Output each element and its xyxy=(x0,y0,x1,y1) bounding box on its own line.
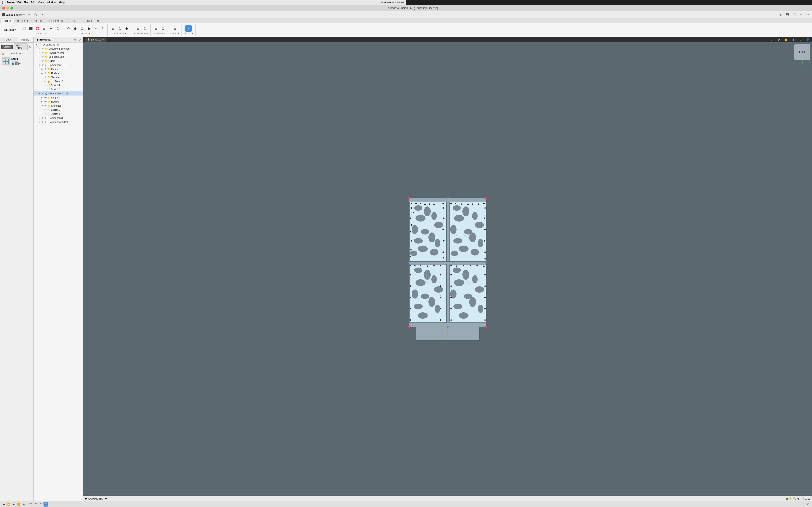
tab-solid[interactable]: SOLID xyxy=(1,19,14,23)
modify-1-icon[interactable]: ⬡ xyxy=(65,25,71,32)
expand-icon[interactable]: ▼ xyxy=(38,92,41,95)
3d-viewport[interactable]: LEFT Z xyxy=(83,42,406,253)
visibility-icon[interactable]: 👁 xyxy=(44,71,47,75)
expand-icon[interactable]: ▶ xyxy=(38,55,41,58)
visibility-icon[interactable]: 👁 xyxy=(44,88,47,91)
expand-icon[interactable]: ▶ xyxy=(38,117,41,119)
tree-c2-origin[interactable]: ▶ 👁 📁 Origin xyxy=(34,96,83,100)
visibility-icon[interactable]: 👁 xyxy=(41,116,44,119)
expand-icon[interactable]: ▼ xyxy=(41,104,44,107)
insert-group-label[interactable]: INSERT ▸ xyxy=(170,32,180,35)
expand-icon[interactable]: ▶ xyxy=(38,60,41,62)
modify-4-icon[interactable]: ⬢ xyxy=(86,25,92,32)
assemble-2-icon[interactable]: ⬡ xyxy=(117,25,123,32)
menu-edit[interactable]: Edit xyxy=(31,1,35,4)
visibility-icon[interactable]: 👁 xyxy=(39,43,42,46)
apple-menu[interactable]:  xyxy=(2,1,3,4)
tab-sheet-metal[interactable]: SHEET METAL xyxy=(45,19,67,23)
new-folder-button[interactable]: New Folder xyxy=(14,44,28,50)
menu-window[interactable]: Window xyxy=(47,1,56,4)
visibility-icon[interactable]: 👁 xyxy=(44,112,47,115)
minimize-button[interactable] xyxy=(6,7,9,9)
insert-1-icon[interactable]: ⊞ xyxy=(172,25,178,32)
visibility-icon[interactable]: 👁 xyxy=(44,100,47,103)
expand-icon[interactable]: ▼ xyxy=(38,64,41,66)
menu-view[interactable]: View xyxy=(38,1,44,4)
panel-settings-icon[interactable]: ⚙ xyxy=(29,45,32,49)
create-sphere-icon[interactable]: ⭕ xyxy=(34,25,41,32)
expand-icon[interactable]: ▶ xyxy=(41,100,44,103)
menu-help[interactable]: Help xyxy=(59,1,64,4)
tab-data[interactable]: Data xyxy=(0,37,17,42)
inspect-group-label[interactable]: INSPECT ▸ xyxy=(154,32,165,35)
maximize-button[interactable] xyxy=(10,7,13,9)
tab-plastic[interactable]: PLASTIC xyxy=(68,19,84,23)
tree-c1-origin[interactable]: ▶ 👁 📁 Origin xyxy=(34,67,83,71)
tree-c2-sketch4[interactable]: 👁 📄 Sketch4 xyxy=(34,112,83,116)
tab-mesh[interactable]: MESH xyxy=(32,19,45,23)
expand-icon[interactable]: ▶ xyxy=(38,121,41,123)
create-coil-icon[interactable]: ✦ xyxy=(48,25,54,32)
tab-surface[interactable]: SURFACE xyxy=(14,19,32,23)
user-menu[interactable]: ⬛ James Sheeler ▾ xyxy=(2,13,25,16)
select-group-label[interactable]: SELECT ▸ xyxy=(184,32,193,35)
expand-icon[interactable]: ▶ xyxy=(41,68,44,70)
tree-component2[interactable]: ▼ 👁 ⬡ Component2:1 xyxy=(34,92,83,96)
modify-3-icon[interactable]: ⬡ xyxy=(79,25,85,32)
viewport-tab-lamp[interactable]: 💡 Lamp v1* ✕ xyxy=(85,38,106,42)
visibility-icon[interactable]: 👁 xyxy=(44,108,47,111)
upload-button[interactable]: Upload xyxy=(1,45,13,49)
modify-group-label[interactable]: MODIFY ▸ xyxy=(81,32,90,35)
browser-opt1[interactable]: ⊕ xyxy=(73,38,77,42)
visibility-icon[interactable]: 👁 xyxy=(44,80,47,83)
refresh-button[interactable]: ↺ xyxy=(27,12,32,17)
tree-c2-sketch1[interactable]: 👁 📄 Sketch1 xyxy=(34,108,83,112)
create-group-label[interactable]: CREATE ▸ xyxy=(36,32,46,35)
version-chevron[interactable]: ▾ xyxy=(19,62,20,65)
breadcrumb-ellipsis[interactable]: ... xyxy=(6,52,8,55)
visibility-icon[interactable]: 👁 xyxy=(44,84,47,87)
new-viewport-button[interactable]: + xyxy=(108,38,112,42)
viewport-tab-close[interactable]: ✕ xyxy=(102,39,104,41)
tab-utilities[interactable]: UTILITIES xyxy=(85,19,101,23)
close-button[interactable] xyxy=(2,7,5,9)
home-icon[interactable]: 🏠 xyxy=(1,52,4,55)
menu-file[interactable]: File xyxy=(23,1,28,4)
assemble-group-label[interactable]: ASSEMBLE ▸ xyxy=(113,32,126,35)
tree-lamp-v1[interactable]: ▼ 👁 ⬡ Lamp v1 xyxy=(34,43,83,47)
app-name[interactable]: Fusion 360 xyxy=(7,1,21,4)
browser-expand-icon[interactable]: ⬡ xyxy=(78,38,81,42)
visibility-icon[interactable]: 👁 xyxy=(44,104,47,107)
tree-c1-sketches[interactable]: ▼ 👁 📁 Sketches xyxy=(34,75,83,79)
tab-people[interactable]: People xyxy=(17,37,34,42)
expand-icon[interactable]: ▶ xyxy=(38,51,41,54)
tree-c2-bodies[interactable]: ▶ 👁 📁 Bodies xyxy=(34,100,83,104)
modify-5-icon[interactable]: ≡ xyxy=(92,25,99,32)
expand-icon[interactable]: ▶ xyxy=(41,96,44,99)
visibility-icon[interactable]: 👁 xyxy=(41,51,44,54)
tree-c2-sketches[interactable]: ▼ 👁 📁 Sketches xyxy=(34,104,83,108)
inspect-1-icon[interactable]: ⊞ xyxy=(153,25,159,32)
expand-icon[interactable]: ▼ xyxy=(41,76,44,78)
construct-1-icon[interactable]: ⊞ xyxy=(135,25,141,32)
create-cylinder-icon[interactable]: ⬛ xyxy=(28,25,34,32)
design-mode-button[interactable]: DESIGN ▾ xyxy=(2,27,18,33)
assemble-1-icon[interactable]: ⊞ xyxy=(110,25,116,32)
construct-group-label[interactable]: CONSTRUCT ▸ xyxy=(134,32,149,35)
tree-selection-sets[interactable]: ▶ 👁 📁 Selection Sets xyxy=(34,55,83,59)
visibility-icon[interactable]: 👁 xyxy=(44,75,47,79)
visibility-icon[interactable]: 👁 xyxy=(41,55,44,58)
modify-2-icon[interactable]: ⬢ xyxy=(72,25,79,32)
construct-2-icon[interactable]: ⬡ xyxy=(142,25,148,32)
breadcrumb-project[interactable]: lamp Project xyxy=(10,52,23,55)
assemble-3-icon[interactable]: ⬢ xyxy=(123,25,130,32)
visibility-icon[interactable]: 👁 xyxy=(44,67,47,71)
expand-icon[interactable]: ▶ xyxy=(38,47,41,50)
visibility-icon[interactable]: 👁 xyxy=(41,63,44,66)
tree-document-settings[interactable]: ▶ 👁 📁 Document Settings xyxy=(34,47,83,51)
tree-c1-sketch5[interactable]: 👁 📄 Sketch5 xyxy=(34,83,83,88)
visibility-icon[interactable]: 👁 xyxy=(41,92,44,95)
expand-icon[interactable]: ▶ xyxy=(41,72,44,74)
visibility-icon[interactable]: 👁 xyxy=(44,96,47,99)
modify-fx-icon[interactable]: ƒ xyxy=(99,25,106,32)
